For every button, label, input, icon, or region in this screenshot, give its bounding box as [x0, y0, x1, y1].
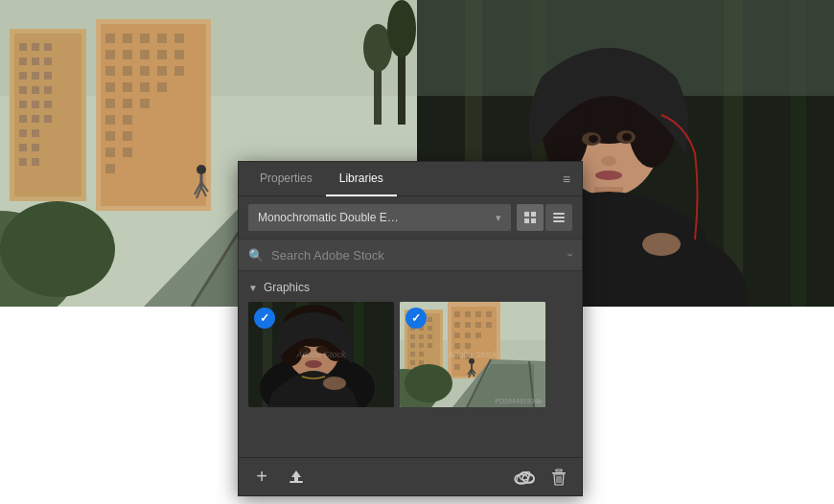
svg-rect-44 [174, 66, 184, 76]
view-icons [517, 204, 572, 231]
bottom-bar: + [239, 457, 582, 495]
svg-rect-126 [410, 360, 415, 365]
svg-rect-24 [19, 144, 27, 151]
svg-rect-47 [140, 82, 150, 92]
libraries-panel: Properties Libraries ≡ Monochromatic Dou… [238, 161, 583, 496]
svg-rect-39 [174, 50, 184, 59]
svg-rect-145 [454, 364, 460, 370]
thumbnail-item-2[interactable]: Adobe Stock PD264491934a ✓ [400, 302, 545, 407]
svg-rect-35 [105, 50, 115, 59]
add-button[interactable]: + [248, 464, 275, 491]
svg-rect-37 [140, 50, 150, 59]
svg-rect-127 [419, 360, 424, 365]
svg-rect-34 [174, 34, 184, 43]
svg-point-107 [305, 360, 322, 368]
delete-button[interactable] [545, 464, 572, 491]
svg-rect-120 [428, 334, 432, 339]
svg-rect-137 [486, 322, 492, 328]
tab-properties-label: Properties [260, 172, 313, 185]
watermark-1: Adobe Stock [296, 350, 345, 359]
svg-rect-141 [454, 343, 460, 349]
creative-cloud-icon [514, 470, 535, 485]
svg-rect-12 [44, 72, 52, 80]
svg-rect-17 [32, 101, 39, 108]
svg-rect-135 [465, 322, 471, 328]
svg-rect-16 [19, 101, 27, 108]
svg-rect-118 [410, 334, 415, 339]
upload-icon [288, 469, 305, 486]
library-dropdown[interactable]: Monochromatic Double E… ▾ [248, 204, 511, 231]
search-input[interactable]: Search Adobe Stock [271, 248, 568, 263]
svg-point-93 [595, 171, 622, 180]
svg-rect-19 [19, 115, 27, 123]
svg-point-151 [405, 364, 452, 402]
svg-rect-52 [105, 115, 115, 125]
svg-point-65 [197, 165, 206, 174]
thumb-bottom-text-2: PD264491934a [495, 398, 542, 404]
svg-rect-132 [475, 311, 481, 317]
svg-rect-31 [123, 34, 132, 43]
svg-rect-9 [44, 57, 52, 65]
svg-rect-48 [157, 82, 167, 92]
tab-libraries-label: Libraries [339, 172, 383, 185]
svg-marker-159 [291, 470, 301, 481]
svg-rect-57 [123, 148, 132, 157]
svg-rect-140 [475, 332, 481, 338]
dropdown-arrow: ▾ [496, 212, 501, 224]
svg-rect-41 [123, 66, 132, 76]
svg-rect-119 [419, 334, 424, 339]
upload-button[interactable] [283, 464, 310, 491]
svg-rect-121 [410, 343, 415, 348]
svg-point-90 [589, 135, 598, 143]
thumbnail-item-1[interactable]: Adobe Stock ✓ [248, 302, 394, 407]
svg-rect-163 [552, 472, 566, 474]
svg-rect-6 [44, 43, 52, 51]
svg-rect-49 [105, 99, 115, 108]
toolbar: Monochromatic Double E… ▾ [239, 196, 582, 239]
svg-rect-42 [140, 66, 150, 76]
svg-rect-138 [454, 332, 460, 338]
bottom-right-actions [511, 464, 572, 491]
svg-rect-46 [123, 82, 132, 92]
panel-menu-icon[interactable]: ≡ [559, 168, 574, 191]
svg-rect-11 [32, 72, 39, 80]
svg-rect-38 [157, 50, 167, 59]
svg-rect-13 [19, 86, 27, 94]
checkmark-badge-2: ✓ [405, 308, 427, 329]
svg-rect-7 [19, 57, 27, 65]
tab-bar: Properties Libraries ≡ [239, 162, 582, 196]
section-collapse-triangle[interactable]: ▼ [248, 283, 258, 293]
thumbnails-grid: Adobe Stock ✓ [248, 302, 572, 407]
svg-point-64 [0, 201, 115, 297]
svg-rect-20 [32, 115, 39, 123]
tab-properties[interactable]: Properties [246, 162, 326, 196]
svg-rect-25 [32, 144, 39, 151]
add-icon: + [256, 466, 267, 488]
search-bar[interactable]: 🔍 Search Adobe Stock › [239, 239, 582, 271]
svg-point-87 [642, 233, 681, 256]
svg-rect-18 [44, 101, 52, 108]
svg-rect-131 [465, 311, 471, 317]
section-label: Graphics [264, 281, 310, 294]
svg-rect-55 [123, 131, 132, 141]
svg-rect-21 [44, 115, 52, 123]
content-area: ▼ Graphics [239, 271, 582, 457]
svg-rect-22 [19, 129, 27, 137]
search-icon: 🔍 [248, 248, 264, 263]
svg-rect-124 [410, 352, 415, 356]
svg-rect-40 [105, 66, 115, 76]
tab-libraries[interactable]: Libraries [326, 162, 397, 196]
checkmark-badge-1: ✓ [254, 308, 275, 329]
grid-view-button[interactable] [517, 204, 544, 231]
svg-point-104 [323, 377, 346, 390]
list-view-button[interactable] [545, 204, 572, 231]
creative-cloud-button[interactable] [511, 464, 538, 491]
svg-rect-32 [140, 34, 150, 43]
svg-rect-4 [19, 43, 27, 51]
grid-view-icon [524, 212, 536, 223]
svg-rect-45 [105, 82, 115, 92]
svg-rect-27 [32, 158, 39, 166]
svg-rect-33 [157, 34, 167, 43]
svg-rect-8 [32, 57, 39, 65]
svg-rect-14 [32, 86, 39, 94]
